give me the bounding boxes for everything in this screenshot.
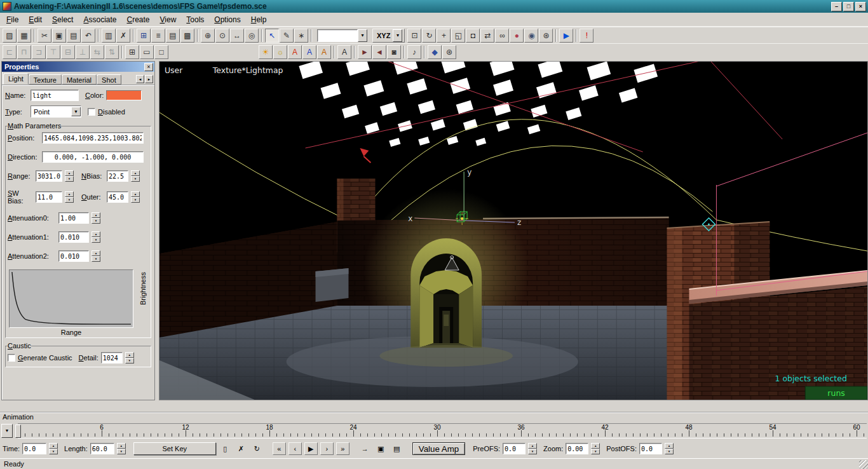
panel-toggle-icon[interactable]: ▤	[166, 29, 180, 43]
menu-item[interactable]: Tools	[181, 13, 209, 26]
detail-spinner[interactable]: ▴▾	[125, 352, 134, 364]
pan-icon[interactable]: ↔	[230, 29, 244, 43]
draw-icon[interactable]: ✎	[280, 29, 294, 43]
postofs-spinner[interactable]: ▴▾	[665, 443, 674, 454]
snap-icon[interactable]: ∗	[294, 29, 308, 43]
length-spinner[interactable]: ▴▾	[117, 443, 126, 454]
active-animation-badge[interactable]: runs	[805, 386, 867, 400]
marquee-icon[interactable]: ▭	[140, 45, 154, 59]
value-amp-button[interactable]: Value Amp	[412, 442, 465, 455]
align-middle-icon[interactable]: ⊟	[61, 45, 75, 59]
nbias-spinner[interactable]: ▴▾	[131, 170, 140, 182]
swbias-spinner[interactable]: ▴▾	[65, 191, 74, 203]
grid-toggle-icon[interactable]: ⊞	[125, 45, 139, 59]
attenuation2-spinner[interactable]: ▴▾	[92, 250, 100, 262]
align-right-icon[interactable]: ⊐	[32, 45, 46, 59]
camera-icon[interactable]: ◉	[524, 29, 538, 43]
light-type-dropdown[interactable]: Point▼	[31, 105, 81, 118]
animation-dropdown-button[interactable]: ▼	[1, 424, 13, 438]
maximize-button[interactable]: □	[843, 2, 854, 11]
align-left-icon[interactable]: ⊏	[3, 45, 17, 59]
open-icon[interactable]: ▨	[3, 29, 17, 43]
position-input[interactable]	[42, 132, 144, 144]
lock-object-icon[interactable]: ◙	[387, 45, 401, 59]
type-dropdown-icon[interactable]: ▼	[71, 107, 81, 116]
next-key-icon[interactable]: ›	[320, 442, 334, 455]
align-top-icon[interactable]: ⊤	[46, 45, 60, 59]
tab-scroll-left-button[interactable]: ◂	[136, 75, 144, 83]
time-spinner[interactable]: ▴▾	[49, 443, 58, 454]
particle-icon[interactable]: ☼	[273, 45, 287, 59]
scale-icon[interactable]: ◱	[451, 29, 465, 43]
range-input[interactable]	[36, 170, 62, 182]
properties-close-button[interactable]: ×	[144, 63, 153, 71]
length-input[interactable]	[90, 443, 114, 454]
gem-icon[interactable]: ◆	[428, 45, 442, 59]
postofs-input[interactable]	[639, 443, 662, 454]
viewport-3d[interactable]: x y z	[159, 61, 868, 400]
generate-caustic-checkbox[interactable]	[8, 354, 15, 362]
tab-scroll-right-button[interactable]: ▸	[145, 75, 153, 83]
tab-shot[interactable]: Shot	[97, 74, 121, 85]
tab-material[interactable]: Material	[62, 74, 97, 85]
caustic-detail-input[interactable]	[101, 352, 123, 364]
paste-icon[interactable]: ▤	[67, 29, 81, 43]
play-icon[interactable]: ▶	[559, 29, 573, 43]
run-icon[interactable]: !	[580, 29, 593, 43]
combo-dropdown-icon[interactable]: ▾	[358, 29, 367, 42]
outer-input[interactable]	[107, 191, 128, 203]
save-icon[interactable]: ▦	[17, 29, 31, 43]
toolbar-combo-input[interactable]	[317, 29, 358, 42]
attenuation1-input[interactable]	[58, 231, 89, 243]
flare-icon[interactable]: A	[288, 45, 302, 59]
attenuation1-spinner[interactable]: ▴▾	[92, 231, 100, 243]
rotate-icon[interactable]: ↻	[422, 29, 436, 43]
tab-texture[interactable]: Texture	[29, 74, 62, 85]
outer-spinner[interactable]: ▴▾	[131, 191, 140, 203]
wrench-icon[interactable]: ⊛	[442, 45, 456, 59]
mirror-icon[interactable]: ⇄	[480, 29, 494, 43]
preofs-spinner[interactable]: ▴▾	[528, 443, 537, 454]
light-icon[interactable]: ☀	[259, 45, 273, 59]
add-key-icon[interactable]: ▯	[219, 442, 232, 455]
go-start-icon[interactable]: «	[273, 442, 286, 455]
axis-dropdown-icon[interactable]: ▾	[393, 29, 402, 42]
attenuation0-input[interactable]	[58, 212, 89, 224]
distribute-v-icon[interactable]: ⇅	[105, 45, 119, 59]
render-mode-label[interactable]: Texture*Lightmap	[212, 65, 283, 75]
disabled-checkbox[interactable]	[88, 108, 95, 116]
go-end-icon[interactable]: »	[336, 442, 349, 455]
menu-item[interactable]: Options	[209, 13, 245, 26]
delete-key-icon[interactable]: ✗	[234, 442, 248, 455]
paste-key-icon[interactable]: ▤	[390, 442, 403, 455]
zoom-in-icon[interactable]: ⊕	[201, 29, 215, 43]
settings-icon[interactable]: ⊛	[539, 29, 553, 43]
loop-icon[interactable]: ↻	[250, 442, 264, 455]
link-icon[interactable]: ∞	[495, 29, 509, 43]
light-color-swatch[interactable]	[106, 90, 142, 100]
zoom-input[interactable]	[566, 443, 588, 454]
align-bottom-icon[interactable]: ⊥	[76, 45, 90, 59]
select-arrow-icon[interactable]: ↖	[265, 29, 279, 43]
menu-item[interactable]: File	[1, 13, 24, 26]
falloff-curve-area[interactable]	[9, 269, 133, 328]
close-button[interactable]: ×	[855, 2, 866, 11]
cut-icon[interactable]: ✂	[37, 29, 51, 43]
font-icon[interactable]: A	[337, 45, 351, 59]
menu-item[interactable]: Help	[246, 13, 272, 26]
attenuation2-input[interactable]	[58, 250, 89, 262]
menu-item[interactable]: Create	[121, 13, 154, 26]
layer-icon[interactable]: ▩	[180, 29, 194, 43]
swbias-input[interactable]	[36, 191, 62, 203]
properties-title-bar[interactable]: Properties ×	[2, 62, 154, 72]
goto-frame-icon[interactable]: →	[358, 442, 372, 455]
range-spinner[interactable]: ▴▾	[65, 170, 74, 182]
timeline-scrubber[interactable]	[15, 425, 21, 438]
light-name-input[interactable]	[31, 90, 79, 101]
zoom-extents-icon[interactable]: ◎	[245, 29, 259, 43]
shader-icon[interactable]: A	[317, 45, 331, 59]
copy-icon[interactable]: ▣	[52, 29, 66, 43]
preofs-input[interactable]	[503, 443, 526, 454]
distribute-h-icon[interactable]: ⇆	[90, 45, 104, 59]
zoom-region-icon[interactable]: ⊙	[215, 29, 229, 43]
